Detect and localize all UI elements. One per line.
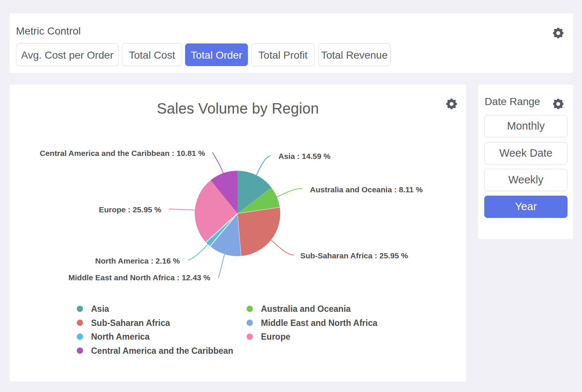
svg-text:Sub-Saharan Africa: Sub-Saharan Africa bbox=[91, 318, 170, 328]
svg-text:Asia : 14.59 %: Asia : 14.59 % bbox=[278, 152, 330, 160]
svg-text:Europe : 25.95 %: Europe : 25.95 % bbox=[99, 205, 161, 214]
svg-text:North America : 2.16 %: North America : 2.16 % bbox=[95, 257, 180, 265]
svg-text:Middle East and North Africa: Middle East and North Africa bbox=[261, 318, 378, 328]
svg-text:North America: North America bbox=[91, 332, 150, 342]
svg-text:Sub-Saharan Africa : 25.95 %: Sub-Saharan Africa : 25.95 % bbox=[300, 251, 408, 260]
svg-text:Australia and Oceania : 8.11 %: Australia and Oceania : 8.11 % bbox=[310, 185, 423, 194]
svg-text:Sales Volume by Region: Sales Volume by Region bbox=[157, 100, 319, 117]
svg-text:Europe: Europe bbox=[261, 332, 290, 342]
svg-text:Australia and Oceania: Australia and Oceania bbox=[261, 304, 351, 314]
svg-text:Middle East and North Africa :: Middle East and North Africa : 12.43 % bbox=[68, 273, 210, 282]
svg-text:Central America and the Caribb: Central America and the Caribbean : 10.8… bbox=[40, 149, 205, 157]
svg-text:Central America and the Caribb: Central America and the Caribbean bbox=[91, 346, 233, 356]
svg-text:Asia: Asia bbox=[91, 304, 109, 314]
